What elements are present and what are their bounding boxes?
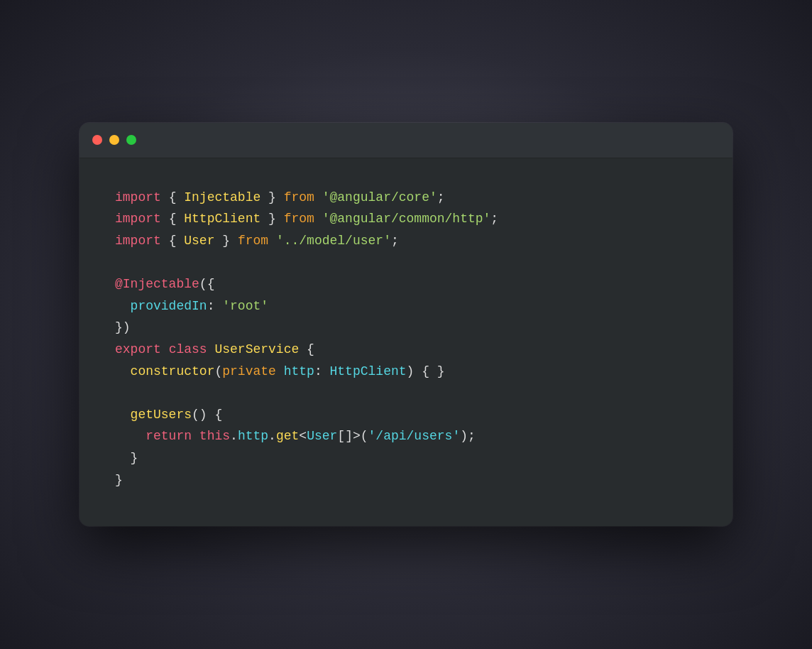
close-button[interactable] bbox=[92, 135, 102, 145]
code-line-3: import { User } from '../model/user'; bbox=[115, 230, 697, 252]
code-line-11: getUsers() { bbox=[115, 404, 697, 426]
code-line-2: import { HttpClient } from '@angular/com… bbox=[115, 208, 697, 230]
code-line-blank-2 bbox=[115, 382, 697, 404]
code-line-12: return this.http.get<User[]>('/api/users… bbox=[115, 425, 697, 447]
code-editor: import { Injectable } from '@angular/cor… bbox=[79, 158, 733, 526]
code-window: import { Injectable } from '@angular/cor… bbox=[79, 123, 733, 526]
code-line-8: export class UserService { bbox=[115, 339, 697, 361]
code-line-6: providedIn: 'root' bbox=[115, 295, 697, 317]
code-line-13: } bbox=[115, 447, 697, 469]
titlebar bbox=[79, 123, 733, 158]
code-line-1: import { Injectable } from '@angular/cor… bbox=[115, 187, 697, 209]
code-line-9: constructor(private http: HttpClient) { … bbox=[115, 361, 697, 383]
code-line-14: } bbox=[115, 469, 697, 491]
code-line-7: }) bbox=[115, 317, 697, 339]
code-line-blank-1 bbox=[115, 252, 697, 274]
code-line-5: @Injectable({ bbox=[115, 273, 697, 295]
maximize-button[interactable] bbox=[126, 135, 136, 145]
minimize-button[interactable] bbox=[109, 135, 119, 145]
